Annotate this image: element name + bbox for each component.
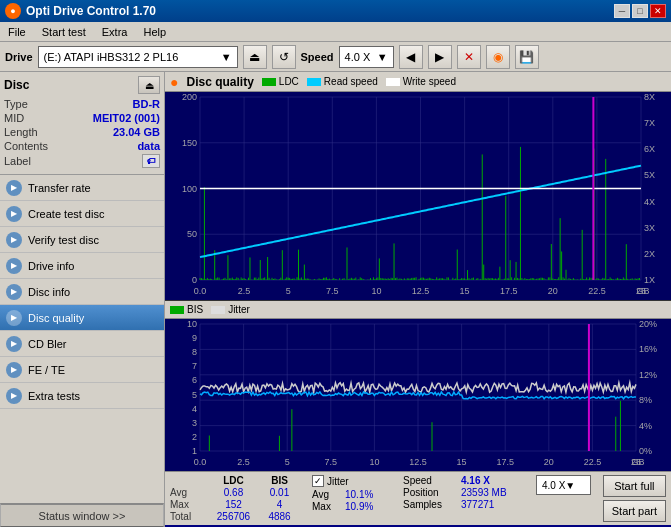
menu-extra[interactable]: Extra	[99, 25, 131, 39]
nav-disc-quality-label: Disc quality	[28, 312, 84, 324]
disc-type-value: BD-R	[133, 98, 161, 110]
verify-test-disc-icon: ▶	[6, 232, 22, 248]
nav-disc-info-label: Disc info	[28, 286, 70, 298]
disc-label-label: Label	[4, 155, 31, 167]
disc-contents-row: Contents data	[4, 140, 160, 152]
jitter-checkbox[interactable]: ✓	[312, 475, 324, 487]
stats-table: LDC BIS Avg 0.68 0.01 Max 152 4 Total 25…	[170, 475, 297, 522]
disc-label-icon-button[interactable]: 🏷	[142, 154, 160, 168]
legend-ldc-color	[262, 78, 276, 86]
status-window-button[interactable]: Status window >>	[0, 503, 164, 527]
action-buttons: Start full Start part	[603, 475, 666, 522]
refresh-button[interactable]: ↺	[272, 45, 296, 69]
menu-help[interactable]: Help	[140, 25, 169, 39]
legend-write-speed-color	[386, 78, 400, 86]
app-title: Opti Drive Control 1.70	[26, 4, 156, 18]
menu-file[interactable]: File	[5, 25, 29, 39]
disc-quality-icon: ▶	[6, 310, 22, 326]
nav-fe-te-label: FE / TE	[28, 364, 65, 376]
disc-type-label: Type	[4, 98, 28, 110]
save-button[interactable]: 💾	[515, 45, 539, 69]
speed-select-stats[interactable]: 4.0 X▼	[536, 475, 591, 495]
legend-read-speed: Read speed	[307, 76, 378, 87]
menu-start-test[interactable]: Start test	[39, 25, 89, 39]
app-icon: ●	[5, 3, 21, 19]
start-part-button[interactable]: Start part	[603, 500, 666, 522]
disc-header: Disc ⏏	[4, 76, 160, 94]
nav-create-test-disc-label: Create test disc	[28, 208, 104, 220]
nav-extra-tests[interactable]: ▶ Extra tests	[0, 383, 164, 409]
nav-fe-te[interactable]: ▶ FE / TE	[0, 357, 164, 383]
stats-max-ldc: 152	[211, 499, 256, 510]
eject-button[interactable]: ⏏	[243, 45, 267, 69]
legend-write-speed-label: Write speed	[403, 76, 456, 87]
stats-total-label: Total	[170, 511, 205, 522]
left-panel: Disc ⏏ Type BD-R MID MEIT02 (001) Length…	[0, 72, 165, 527]
main-content: Disc ⏏ Type BD-R MID MEIT02 (001) Length…	[0, 72, 671, 527]
toolbar: Drive (E:) ATAPI iHBS312 2 PL16 ▼ ⏏ ↺ Sp…	[0, 42, 671, 72]
position-label: Position	[403, 487, 458, 498]
chart-title: Disc quality	[186, 75, 253, 89]
legend-read-speed-color	[307, 78, 321, 86]
drive-label: Drive	[5, 51, 33, 63]
position-value: 23593 MB	[461, 487, 521, 498]
stats-empty	[170, 475, 205, 486]
nav-drive-info-label: Drive info	[28, 260, 74, 272]
nav-transfer-rate[interactable]: ▶ Transfer rate	[0, 175, 164, 201]
jitter-avg-label: Avg	[312, 489, 342, 500]
legend-read-speed-label: Read speed	[324, 76, 378, 87]
nav-drive-info[interactable]: ▶ Drive info	[0, 253, 164, 279]
stats-area: LDC BIS Avg 0.68 0.01 Max 152 4 Total 25…	[165, 471, 671, 525]
speed-values: Speed 4.16 X Position 23593 MB Samples 3…	[403, 475, 521, 510]
legend-jitter-label: Jitter	[228, 304, 250, 315]
title-bar-controls: ─ □ ✕	[614, 4, 666, 18]
stats-ldc-header: LDC	[211, 475, 256, 486]
erase-button[interactable]: ✕	[457, 45, 481, 69]
disc-mid-row: MID MEIT02 (001)	[4, 112, 160, 124]
speed-value: 4.16 X	[461, 475, 521, 486]
start-full-button[interactable]: Start full	[603, 475, 666, 497]
disc-info-icon: ▶	[6, 284, 22, 300]
title-bar: ● Opti Drive Control 1.70 ─ □ ✕	[0, 0, 671, 22]
nav-cd-bler[interactable]: ▶ CD Bler	[0, 331, 164, 357]
samples-value: 377271	[461, 499, 521, 510]
disc-mid-value: MEIT02 (001)	[93, 112, 160, 124]
chart-header: ● Disc quality LDC Read speed Write spee…	[165, 72, 671, 92]
nav-create-test-disc[interactable]: ▶ Create test disc	[0, 201, 164, 227]
nav-disc-info[interactable]: ▶ Disc info	[0, 279, 164, 305]
legend-jitter: Jitter	[211, 304, 250, 315]
close-button[interactable]: ✕	[650, 4, 666, 18]
speed-up-button[interactable]: ▶	[428, 45, 452, 69]
nav-cd-bler-label: CD Bler	[28, 338, 67, 350]
menu-bar: File Start test Extra Help	[0, 22, 671, 42]
disc-length-label: Length	[4, 126, 38, 138]
disc-contents-value[interactable]: data	[137, 140, 160, 152]
top-chart	[165, 92, 671, 301]
cd-bler-icon: ▶	[6, 336, 22, 352]
maximize-button[interactable]: □	[632, 4, 648, 18]
stats-max-bis: 4	[262, 499, 297, 510]
bottom-chart	[165, 319, 671, 471]
speed-down-button[interactable]: ◀	[399, 45, 423, 69]
jitter-max-label: Max	[312, 501, 342, 512]
drive-select[interactable]: (E:) ATAPI iHBS312 2 PL16 ▼	[38, 46, 238, 68]
fe-te-icon: ▶	[6, 362, 22, 378]
jitter-avg-value: 10.1%	[345, 489, 385, 500]
right-panel: ● Disc quality LDC Read speed Write spee…	[165, 72, 671, 527]
nav-verify-test-disc[interactable]: ▶ Verify test disc	[0, 227, 164, 253]
disc-eject-button[interactable]: ⏏	[138, 76, 160, 94]
minimize-button[interactable]: ─	[614, 4, 630, 18]
drive-info-icon: ▶	[6, 258, 22, 274]
nav-disc-quality[interactable]: ▶ Disc quality	[0, 305, 164, 331]
jitter-header-row: ✓ Jitter	[312, 475, 385, 487]
stats-avg-bis: 0.01	[262, 487, 297, 498]
speed-select-section: 4.0 X▼	[536, 475, 591, 495]
title-bar-left: ● Opti Drive Control 1.70	[5, 3, 156, 19]
speed-select[interactable]: 4.0 X ▼	[339, 46, 394, 68]
bottom-legend-bar: BIS Jitter	[165, 301, 671, 319]
speed-label: Speed	[301, 51, 334, 63]
transfer-rate-icon: ▶	[6, 180, 22, 196]
create-test-disc-icon: ▶	[6, 206, 22, 222]
burn-button[interactable]: ◉	[486, 45, 510, 69]
jitter-max-value: 10.9%	[345, 501, 385, 512]
